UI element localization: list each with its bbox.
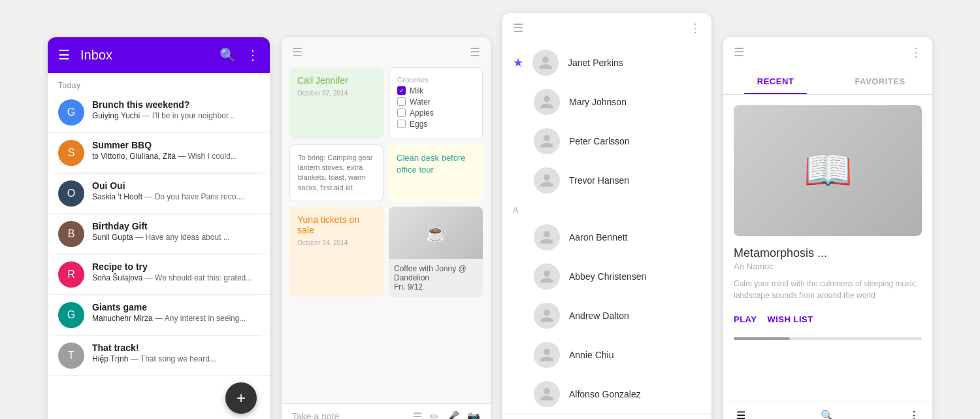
email-subject: Brunch this weekend?	[92, 99, 259, 110]
water-checkbox[interactable]	[397, 97, 406, 106]
contact-item-mary[interactable]: Mary Johnson	[502, 82, 711, 122]
email-avatar: R	[58, 261, 84, 288]
email-item[interactable]: BBirthday GiftSunil Gupta — Have any ide…	[48, 214, 270, 254]
email-subject: Birthday Gift	[92, 221, 259, 231]
checklist-item-apples: Apples	[397, 109, 474, 118]
keep-more-icon[interactable]: ☰	[470, 45, 480, 59]
email-avatar: B	[58, 221, 84, 247]
email-item[interactable]: OOui OuiSaskia 't Hooft — Do you have Pa…	[48, 174, 270, 214]
contact-name-janet: Janet Perkins	[568, 58, 623, 68]
menu-icon[interactable]: ☰	[58, 48, 70, 61]
media-bottom-search-icon[interactable]: 🔍	[821, 409, 834, 420]
take-note-placeholder[interactable]: Take a note	[292, 411, 413, 419]
email-meta: Manuchehr Mirza — Any interest in seeing…	[92, 314, 259, 323]
contact-name-abbey: Abbey Christensen	[569, 271, 646, 282]
groceries-label: Groceries	[397, 76, 474, 84]
person-icon	[539, 269, 555, 284]
book-description: Calm your mind with the calmness of slee…	[734, 278, 922, 301]
media-progress-bar-container	[734, 337, 922, 340]
person-icon	[539, 133, 555, 149]
keep-note-groceries[interactable]: Groceries Milk Water Apples Eggs	[389, 67, 483, 139]
more-options-icon[interactable]: ⋮	[246, 48, 259, 61]
email-preview: — Wish I could...	[178, 152, 237, 161]
contact-item-alfonso[interactable]: Alfonso Gonzalez	[502, 375, 711, 414]
gmail-header-icons: 🔍 ⋮	[220, 48, 259, 61]
email-avatar: S	[58, 140, 84, 166]
contact-avatar-peter	[534, 128, 560, 154]
contacts-more-icon[interactable]: ⋮	[689, 21, 701, 35]
contact-item-peter[interactable]: Peter Carlsson	[502, 122, 711, 161]
email-preview: — Have any ideas about ...	[135, 233, 230, 242]
today-label: Today	[48, 73, 270, 93]
email-avatar: T	[58, 343, 84, 369]
email-content: Oui OuiSaskia 't Hooft — Do you have Par…	[92, 180, 259, 201]
keep-camera-icon[interactable]: 📷	[467, 411, 480, 420]
email-subject: Giants game	[92, 302, 259, 312]
person-icon	[539, 308, 555, 324]
email-item[interactable]: GBrunch this weekend?Guiying Yuchi — I'l…	[48, 93, 270, 133]
media-bottom-more-icon[interactable]: ⋮	[909, 409, 919, 420]
contact-avatar-mary	[534, 89, 560, 115]
wishlist-button[interactable]: WISH LIST	[767, 312, 813, 327]
keep-mic-icon[interactable]: 🎤	[446, 411, 459, 420]
contact-avatar-janet	[532, 50, 559, 76]
contact-item-aaron[interactable]: Aaron Bennett	[502, 218, 711, 257]
keep-note-coffee[interactable]: ☕ Coffee with Jonny @ DandelionFri. 9/12	[389, 207, 483, 297]
milk-label: Milk	[410, 86, 423, 95]
contact-item-annie[interactable]: Annie Chiu	[502, 335, 711, 375]
email-item[interactable]: GGiants gameManuchehr Mirza — Any intere…	[48, 295, 270, 335]
contact-name-alfonso: Alfonso Gonzalez	[569, 389, 641, 399]
person-icon	[539, 386, 555, 402]
search-icon[interactable]: 🔍	[220, 48, 236, 61]
keep-edit-icon[interactable]: ✏	[430, 411, 438, 420]
email-sender: Soňa Šulajová	[92, 273, 142, 282]
email-avatar: G	[58, 302, 84, 328]
play-button[interactable]: PLAY	[734, 312, 757, 327]
email-item[interactable]: TThat track!Hiệp Trịnh — That song we he…	[48, 336, 270, 376]
yuna-date: October 24, 2014	[297, 239, 376, 246]
email-sender: Hiệp Trịnh	[92, 354, 128, 363]
keep-note-yuna[interactable]: Yuna tickets on sale October 24, 2014	[289, 207, 384, 297]
contact-item-starred[interactable]: ★ Janet Perkins	[502, 43, 711, 82]
book-info: Metamorphosis ... An Namoc Calm your min…	[723, 246, 932, 301]
media-more-icon[interactable]: ⋮	[910, 45, 922, 59]
contacts-menu-icon[interactable]: ☰	[513, 21, 523, 35]
milk-checkbox[interactable]	[397, 86, 406, 95]
contact-item-trevor[interactable]: Trevor Hansen	[502, 161, 711, 200]
keep-bottom-icons: ☰ ✏ 🎤 📷	[413, 411, 480, 420]
email-preview: — Any interest in seeing...	[155, 314, 246, 323]
apples-checkbox[interactable]	[397, 109, 406, 117]
eggs-checkbox[interactable]	[397, 120, 406, 128]
compose-fab[interactable]: +	[225, 382, 257, 414]
keep-note-cleandesk[interactable]: Clean desk before office tour	[389, 144, 483, 202]
contact-name-aaron: Aaron Bennett	[569, 232, 628, 243]
contact-item-andrew[interactable]: Andrew Dalton	[502, 296, 711, 335]
tab-recent[interactable]: RECENT	[723, 67, 828, 94]
checklist-item-eggs: Eggs	[397, 120, 474, 129]
tab-favorites[interactable]: FAVORITES	[828, 67, 932, 94]
email-item[interactable]: RRecipe to trySoňa Šulajová — We should …	[48, 255, 270, 295]
keep-note-date: October 07, 2014	[297, 90, 376, 97]
checklist-item-milk: Milk	[397, 86, 474, 95]
email-content: That track!Hiệp Trịnh — That song we hea…	[92, 343, 259, 363]
email-sender: Saskia 't Hooft	[92, 192, 142, 201]
gmail-card: ☰ Inbox 🔍 ⋮ Today GBrunch this weekend?G…	[48, 37, 270, 420]
keep-bottom-bar: Take a note ☰ ✏ 🎤 📷	[282, 403, 491, 420]
keep-menu-icon[interactable]: ☰	[292, 45, 302, 59]
email-item[interactable]: SSummer BBQto Vittorio, Giuliana, Zita —…	[48, 133, 270, 173]
media-tabs: RECENT FAVORITES	[723, 67, 932, 95]
keep-list-icon[interactable]: ☰	[413, 411, 422, 420]
media-menu-icon[interactable]: ☰	[734, 45, 744, 59]
email-sender: Guiying Yuchi	[92, 111, 140, 120]
contact-item-abbey[interactable]: Abbey Christensen	[502, 257, 711, 296]
email-list: GBrunch this weekend?Guiying Yuchi — I'l…	[48, 93, 270, 376]
groceries-checklist: Milk Water Apples Eggs	[397, 86, 474, 129]
person-icon	[538, 55, 553, 71]
book-title: Metamorphosis ...	[734, 246, 922, 260]
keep-note-tobring[interactable]: To bring: Camping gear lantern stoves, e…	[289, 144, 384, 202]
email-sender: Manuchehr Mirza	[92, 314, 153, 323]
email-meta: Soňa Šulajová — We should eat this: grat…	[92, 273, 259, 282]
keep-note-call-jennifer[interactable]: Call Jennifer October 07, 2014	[289, 67, 384, 139]
media-bottom-menu-icon[interactable]: ☰	[736, 409, 745, 420]
email-content: Recipe to trySoňa Šulajová — We should e…	[92, 261, 259, 282]
